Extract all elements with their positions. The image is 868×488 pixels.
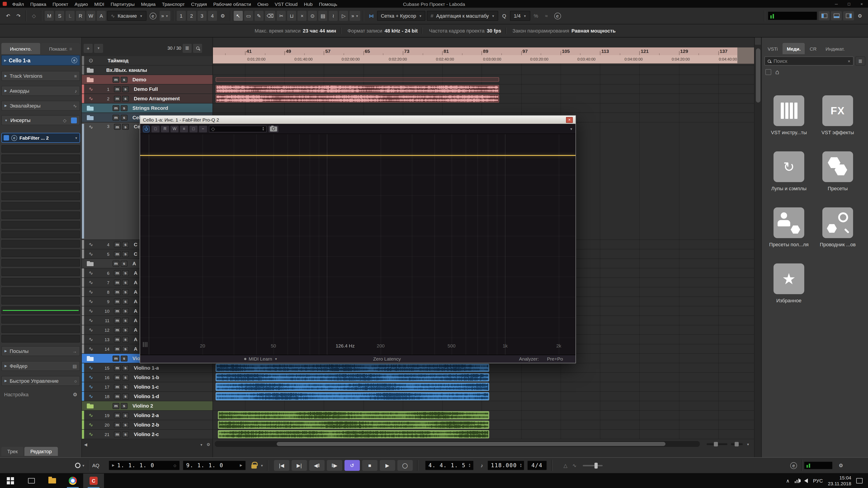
view-toggle-button[interactable]: ≣ bbox=[855, 57, 865, 66]
mute-button[interactable]: m bbox=[113, 260, 119, 266]
solo-button[interactable]: s bbox=[121, 115, 127, 121]
mute-button[interactable]: m bbox=[114, 241, 121, 248]
plugin-power-button[interactable] bbox=[143, 125, 150, 132]
mute-button[interactable]: m bbox=[114, 96, 121, 101]
insert-slot-empty[interactable] bbox=[1, 202, 80, 210]
redo-button[interactable]: ↷ bbox=[14, 11, 23, 21]
menu-item[interactable]: Проект bbox=[50, 1, 71, 6]
audio-event[interactable] bbox=[218, 411, 489, 419]
comp-tool[interactable]: ▤ bbox=[318, 11, 328, 21]
media-tile-user-presets[interactable] bbox=[774, 207, 804, 238]
mute-button[interactable]: m bbox=[114, 412, 121, 418]
mute-tool[interactable]: × bbox=[298, 11, 307, 21]
edit-channel-e-button[interactable]: e bbox=[71, 57, 77, 63]
file-explorer-button[interactable] bbox=[41, 474, 62, 488]
solo-button[interactable]: s bbox=[122, 336, 129, 342]
mute-button[interactable]: m bbox=[114, 375, 121, 380]
track-row[interactable]: Вх./Вых. каналы bbox=[82, 66, 213, 75]
tab-VSTi[interactable]: VSTi bbox=[764, 43, 782, 54]
menu-item[interactable]: Правка bbox=[27, 1, 50, 6]
solo-button[interactable]: s bbox=[122, 431, 129, 437]
media-tile-presets[interactable] bbox=[822, 151, 853, 182]
insert-slot-empty[interactable] bbox=[1, 306, 80, 314]
solo-button[interactable]: s bbox=[122, 422, 129, 428]
quantize-select[interactable]: 1/4 ▼ bbox=[510, 11, 530, 21]
chrome-button[interactable] bbox=[62, 474, 83, 488]
midi-learn-button[interactable]: MIDI Learn ▼ bbox=[244, 356, 278, 361]
forward-button[interactable]: ‖▶ bbox=[327, 460, 342, 471]
workspace-1-button[interactable]: 1 bbox=[177, 11, 186, 21]
media-tile-preset-browser[interactable] bbox=[822, 207, 853, 238]
insert-slot-empty[interactable] bbox=[1, 155, 80, 162]
section-1[interactable]: ▶Аккорды♪ bbox=[1, 86, 80, 96]
volume-icon[interactable] bbox=[804, 479, 808, 483]
insert-slot-empty[interactable] bbox=[1, 325, 80, 333]
toggle-left-zone-button[interactable] bbox=[819, 11, 830, 20]
media-tile-favorites[interactable]: ★ bbox=[774, 263, 804, 294]
eq-display[interactable]: 2050126.4 Hz2005001k2k bbox=[140, 134, 576, 355]
right-locator-display[interactable]: 4. 4. 1. 5 ▲▼ bbox=[425, 460, 474, 470]
solo-button[interactable]: s bbox=[122, 270, 129, 276]
toggle-lower-zone-button[interactable] bbox=[831, 11, 842, 20]
clear-search-icon[interactable]: × bbox=[848, 59, 850, 64]
insert-slot-empty[interactable] bbox=[1, 221, 80, 229]
track-row[interactable]: ∿20msViolino 2-b bbox=[82, 420, 213, 430]
mute-button[interactable]: m bbox=[114, 318, 121, 323]
minimize-button[interactable]: ─ bbox=[830, 0, 843, 8]
automation-panel-button[interactable]: »▼ bbox=[159, 11, 170, 21]
time-signature-display[interactable]: 4/4 bbox=[527, 460, 547, 470]
erase-tool[interactable]: ⌫ bbox=[265, 11, 275, 21]
primary-time-display[interactable]: ▶ 1. 1. 1. 0 ◇ bbox=[108, 460, 180, 470]
solo-button[interactable]: s bbox=[122, 346, 129, 352]
insert-slot-empty[interactable] bbox=[1, 335, 80, 343]
object-selection-tool[interactable]: ↖ bbox=[234, 11, 243, 21]
analyzer-value[interactable]: Pre+Po bbox=[547, 356, 563, 361]
solo-button[interactable]: s bbox=[121, 260, 127, 266]
insert-slot-empty[interactable] bbox=[1, 297, 80, 304]
section-0[interactable]: ▶Track Versions≡ bbox=[1, 71, 80, 81]
scroll-left-icon[interactable]: ◀ bbox=[84, 442, 87, 447]
menu-item[interactable]: Окно bbox=[254, 1, 272, 6]
solo-button[interactable]: s bbox=[122, 308, 129, 314]
menu-item[interactable]: MIDI bbox=[91, 1, 107, 6]
mute-button[interactable]: m bbox=[114, 346, 121, 352]
global-s-button[interactable]: S bbox=[55, 11, 64, 21]
chevron-down-icon[interactable]: ▼ bbox=[200, 443, 203, 446]
vertical-scrollbar[interactable] bbox=[754, 37, 761, 457]
automation-mode-select[interactable]: ∿ Касание ▼ bbox=[107, 11, 146, 21]
solo-button[interactable]: s bbox=[122, 318, 129, 323]
insert-slot-empty[interactable] bbox=[1, 212, 80, 219]
audio-quantize-button[interactable]: AQ bbox=[90, 460, 101, 470]
solo-button[interactable]: s bbox=[122, 412, 129, 418]
solo-button[interactable]: s bbox=[122, 280, 129, 285]
grid-type-select[interactable]: # Адаптация к масштабу ▼ bbox=[427, 11, 498, 21]
insert-slot-empty[interactable] bbox=[1, 183, 80, 191]
draw-tool[interactable]: ✎ bbox=[254, 11, 264, 21]
solo-button[interactable]: s bbox=[122, 96, 129, 101]
locator-stepper[interactable]: ▲▼ bbox=[468, 463, 471, 468]
menu-item[interactable]: Рабочие области bbox=[210, 1, 254, 6]
mute-button[interactable]: m bbox=[114, 431, 121, 437]
mute-button[interactable]: m bbox=[113, 403, 119, 409]
section-2[interactable]: ▶Эквалайзеры∿ bbox=[1, 101, 80, 111]
menu-item[interactable]: Партитуры bbox=[107, 1, 138, 6]
insert-slot-empty[interactable] bbox=[1, 287, 80, 295]
menu-item[interactable]: Аудио bbox=[71, 1, 91, 6]
show-inserts-toggle[interactable] bbox=[71, 117, 77, 123]
time-warp-tool[interactable]: ≀ bbox=[329, 11, 338, 21]
insert-e-button[interactable]: e bbox=[11, 135, 17, 141]
punch-filter-icon[interactable]: ▼ bbox=[260, 464, 264, 467]
global-r-button[interactable]: R bbox=[76, 11, 85, 21]
zoom-tool[interactable]: ⊙ bbox=[308, 11, 317, 21]
glue-tool[interactable]: ⊔ bbox=[287, 11, 296, 21]
inspector-settings-row[interactable]: Настройка ⚙ bbox=[1, 390, 80, 398]
insert-slot-empty[interactable] bbox=[1, 278, 80, 286]
autoscroll-button[interactable]: »▼ bbox=[350, 11, 361, 21]
solo-button[interactable]: s bbox=[122, 251, 129, 257]
quantize-panel-button[interactable]: e bbox=[552, 11, 563, 21]
solo-button[interactable]: s bbox=[122, 384, 129, 390]
workspace-2-button[interactable]: 2 bbox=[187, 11, 196, 21]
tempo-display[interactable]: 118.000 ▲▼ bbox=[487, 460, 524, 470]
close-button[interactable]: × bbox=[855, 0, 868, 8]
project-setup-icon[interactable]: ◇ bbox=[29, 11, 38, 21]
